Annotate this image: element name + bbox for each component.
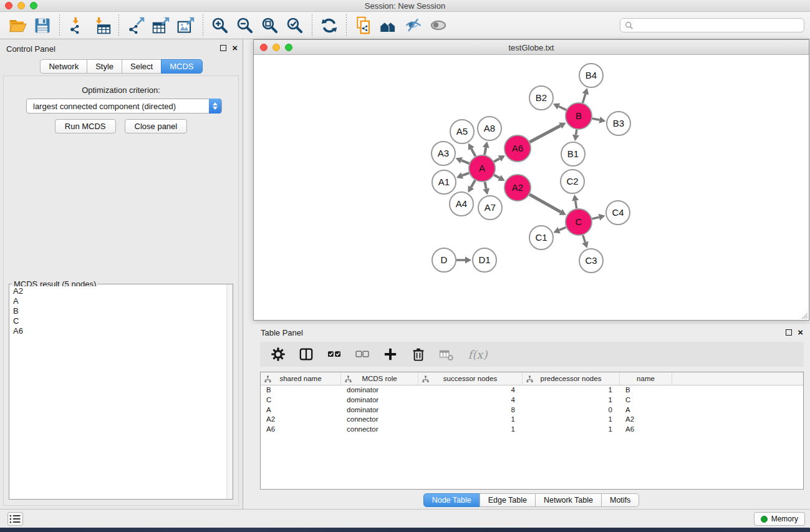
- resize-grip-icon[interactable]: [800, 311, 808, 319]
- delete-columns-button[interactable]: [409, 345, 428, 364]
- cell-successor-nodes[interactable]: 1: [418, 415, 523, 425]
- graph-node-B4[interactable]: B4: [579, 64, 603, 87]
- result-item-a6[interactable]: A6: [10, 326, 226, 336]
- graph-edge-C-C3[interactable]: [582, 235, 588, 248]
- result-scrollbar[interactable]: [226, 284, 233, 499]
- graph-node-C[interactable]: C: [566, 209, 592, 235]
- column-header-shared-name[interactable]: shared name: [261, 372, 341, 385]
- import-table-button[interactable]: [89, 14, 114, 37]
- close-table-panel-icon[interactable]: ×: [798, 329, 803, 336]
- tab-network-table[interactable]: Network Table: [535, 493, 602, 507]
- cell-predecessor-nodes[interactable]: 0: [523, 405, 620, 415]
- cell-MCDS-role[interactable]: dominator: [341, 395, 418, 405]
- show-all-button[interactable]: [426, 14, 451, 37]
- criterion-dropdown[interactable]: largest connected component (directed): [26, 99, 222, 114]
- run-mcds-button[interactable]: Run MCDS: [55, 119, 116, 133]
- zoom-fit-button[interactable]: [258, 14, 282, 37]
- close-panel-icon[interactable]: ×: [232, 44, 238, 51]
- graph-edge-B-B1[interactable]: [572, 130, 579, 141]
- memory-button[interactable]: Memory: [754, 512, 805, 526]
- graph-edge-A6-B[interactable]: [529, 123, 566, 142]
- cell-predecessor-nodes[interactable]: 1: [523, 395, 620, 405]
- import-network-button[interactable]: [64, 14, 89, 37]
- graph-node-D[interactable]: D: [432, 248, 456, 272]
- graph-node-A4[interactable]: A4: [450, 192, 473, 216]
- cell-shared-name[interactable]: A2: [261, 415, 341, 425]
- column-header-MCDS-role[interactable]: MCDS role: [341, 372, 418, 385]
- graph-edge-B-B3[interactable]: [592, 117, 606, 123]
- show-columns-button[interactable]: [297, 345, 316, 364]
- graph-edge-A-A6[interactable]: [494, 155, 505, 162]
- result-item-a2[interactable]: A2: [10, 286, 226, 296]
- graph-edge-A2-C[interactable]: [529, 195, 566, 215]
- tab-node-table[interactable]: Node Table: [423, 493, 480, 507]
- graph-node-A2[interactable]: A2: [504, 175, 531, 201]
- table-row-a[interactable]: Adominator80A: [261, 405, 803, 415]
- zoom-in-button[interactable]: [208, 14, 233, 37]
- graph-edge-A-A1[interactable]: [456, 172, 470, 178]
- graph-node-C1[interactable]: C1: [529, 226, 553, 249]
- result-item-a[interactable]: A: [10, 296, 226, 306]
- deselect-all-button[interactable]: [353, 345, 372, 364]
- graph-node-A7[interactable]: A7: [478, 196, 502, 220]
- graph-edge-C-C1[interactable]: [553, 227, 566, 233]
- tab-edge-table[interactable]: Edge Table: [480, 493, 536, 507]
- cell-name[interactable]: B: [620, 385, 672, 395]
- cell-shared-name[interactable]: A: [261, 405, 341, 415]
- tab-network[interactable]: Network: [40, 59, 87, 74]
- tab-style[interactable]: Style: [87, 59, 122, 74]
- tab-motifs[interactable]: Motifs: [601, 493, 639, 507]
- cell-successor-nodes[interactable]: 4: [418, 395, 523, 405]
- zoom-selected-button[interactable]: [282, 14, 307, 37]
- cell-predecessor-nodes[interactable]: 1: [523, 415, 620, 425]
- graph-node-C3[interactable]: C3: [579, 249, 603, 273]
- cell-predecessor-nodes[interactable]: 1: [523, 425, 620, 435]
- graph-node-A[interactable]: A: [469, 155, 495, 181]
- cell-name[interactable]: A6: [620, 425, 672, 435]
- cell-MCDS-role[interactable]: dominator: [341, 385, 418, 395]
- refresh-button[interactable]: [317, 14, 342, 37]
- graph-node-C2[interactable]: C2: [561, 170, 584, 193]
- graph-node-A5[interactable]: A5: [450, 120, 474, 143]
- zoom-out-button[interactable]: [233, 14, 258, 37]
- graph-edge-B-B4[interactable]: [582, 88, 589, 103]
- cell-successor-nodes[interactable]: 4: [418, 385, 523, 395]
- graph-node-A8[interactable]: A8: [478, 117, 501, 140]
- float-panel-icon[interactable]: [220, 45, 226, 51]
- cell-shared-name[interactable]: A6: [261, 425, 341, 435]
- table-row-b[interactable]: Bdominator41B: [261, 385, 803, 395]
- graph-edge-A-A5[interactable]: [468, 143, 476, 156]
- table-settings-button[interactable]: [269, 345, 287, 364]
- graph-edge-B-B2[interactable]: [553, 104, 566, 110]
- table-row-a2[interactable]: A2connector11A2: [261, 415, 803, 425]
- result-item-c[interactable]: C: [10, 316, 226, 326]
- tab-mcds[interactable]: MCDS: [161, 59, 202, 74]
- cell-name[interactable]: A: [620, 405, 672, 415]
- cell-MCDS-role[interactable]: dominator: [341, 405, 418, 415]
- open-session-button[interactable]: [5, 14, 30, 37]
- cell-successor-nodes[interactable]: 8: [418, 405, 523, 415]
- create-column-button[interactable]: [381, 345, 400, 364]
- export-image-button[interactable]: [173, 14, 198, 37]
- column-header-predecessor-nodes[interactable]: predecessor nodes: [523, 372, 620, 385]
- graph-edge-A-A2[interactable]: [494, 175, 504, 181]
- graph-node-A3[interactable]: A3: [432, 142, 455, 165]
- cell-successor-nodes[interactable]: 1: [418, 425, 523, 435]
- graph-node-A6[interactable]: A6: [504, 135, 531, 162]
- graph-node-B1[interactable]: B1: [561, 142, 585, 166]
- column-header-name[interactable]: name: [620, 372, 672, 385]
- table-row-a6[interactable]: A6connector11A6: [261, 425, 803, 435]
- cell-MCDS-role[interactable]: connector: [341, 415, 418, 425]
- tab-select[interactable]: Select: [122, 59, 162, 74]
- graph-edge-D-D1[interactable]: [456, 257, 471, 264]
- graph-node-B2[interactable]: B2: [529, 86, 553, 110]
- graph-node-B3[interactable]: B3: [607, 112, 630, 135]
- column-header-successor-nodes[interactable]: successor nodes: [418, 372, 523, 385]
- graph-edge-A-A3[interactable]: [456, 157, 470, 163]
- graph-node-A1[interactable]: A1: [432, 170, 456, 194]
- result-item-b[interactable]: B: [10, 306, 226, 316]
- cell-name[interactable]: A2: [620, 415, 672, 425]
- graph-edge-A-A7[interactable]: [483, 182, 489, 195]
- float-table-panel-icon[interactable]: [786, 329, 792, 336]
- table-row-c[interactable]: Cdominator41C: [261, 395, 803, 405]
